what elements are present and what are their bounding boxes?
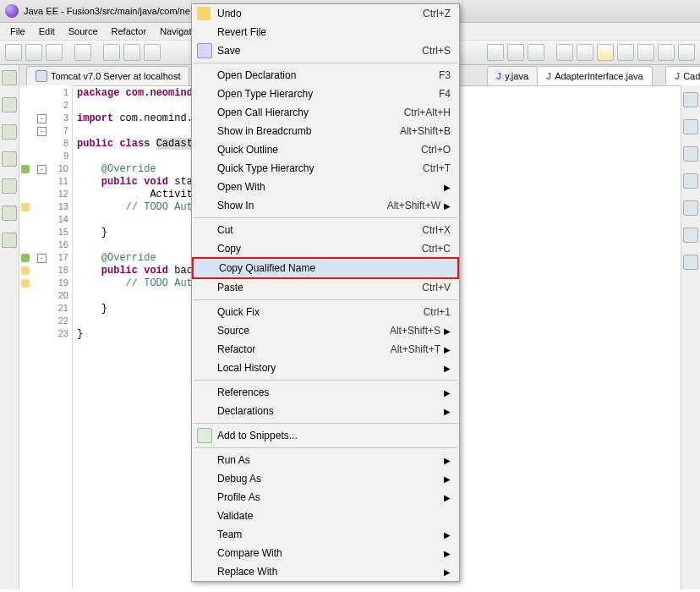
ctx-team[interactable]: Team▶ — [192, 525, 459, 544]
submenu-arrow-icon: ▶ — [444, 549, 451, 558]
submenu-arrow-icon: ▶ — [444, 407, 451, 416]
toolbar-annotation-icon[interactable] — [577, 44, 593, 61]
ctx-copy[interactable]: CopyCtrl+C — [192, 239, 459, 258]
gutter: 1237891011121314151617181920212223---- — [19, 85, 73, 589]
ctx-add-snippets[interactable]: Add to Snippets... — [192, 426, 459, 445]
toolbar-save-icon[interactable] — [25, 44, 42, 61]
toolbar-link-icon[interactable] — [678, 44, 695, 61]
eclipse-icon — [5, 4, 19, 18]
ctx-open-declaration[interactable]: Open DeclarationF3 — [192, 66, 459, 85]
ctx-open-with[interactable]: Open With▶ — [192, 178, 459, 196]
ctx-source[interactable]: SourceAlt+Shift+S▶ — [192, 321, 459, 340]
server-icon — [36, 70, 47, 82]
save-icon — [197, 43, 212, 58]
ctx-save[interactable]: SaveCtrl+S — [192, 41, 459, 60]
view-map-icon[interactable] — [683, 173, 698, 189]
ctx-open-call-hierarchy[interactable]: Open Call HierarchyCtrl+Alt+H — [192, 103, 459, 122]
view-tasks-icon[interactable] — [2, 233, 17, 248]
java-file-icon: J — [546, 71, 551, 81]
java-file-icon: J — [675, 71, 680, 81]
ctx-show-breadcrumb[interactable]: Show in BreadcrumbAlt+Shift+B — [192, 122, 459, 140]
ctx-quick-type-hierarchy[interactable]: Quick Type HierarchyCtrl+T — [192, 159, 459, 178]
toolbar-runext-icon[interactable] — [144, 44, 161, 61]
submenu-arrow-icon: ▶ — [444, 345, 451, 354]
ctx-run-as[interactable]: Run As▶ — [192, 451, 459, 469]
ctx-cut[interactable]: CutCtrl+X — [192, 221, 459, 239]
toolbar-package-icon[interactable] — [507, 44, 524, 61]
ctx-compare-with[interactable]: Compare With▶ — [192, 544, 459, 562]
ctx-open-type-hierarchy[interactable]: Open Type HierarchyF4 — [192, 85, 459, 103]
ctx-revert-file[interactable]: Revert File — [192, 23, 459, 41]
view-project-icon[interactable] — [2, 70, 17, 85]
ctx-local-history[interactable]: Local History▶ — [192, 359, 459, 377]
code-line-1: package com.neomind.f — [77, 87, 205, 99]
view-outline-icon[interactable] — [2, 124, 17, 140]
view-datasource-icon[interactable] — [2, 178, 17, 194]
left-view-rail — [0, 65, 19, 589]
toolbar-run-icon[interactable] — [123, 44, 140, 61]
toolbar-type-icon[interactable] — [528, 44, 544, 61]
submenu-arrow-icon: ▶ — [444, 326, 451, 336]
tab-yjava[interactable]: Jy.java — [487, 66, 538, 85]
toolbar-search-icon[interactable] — [556, 44, 573, 61]
tab-adapter[interactable]: JAdapterInterface.java — [537, 66, 653, 85]
toolbar-outline-icon[interactable] — [637, 44, 654, 61]
tab-server[interactable]: Tomcat v7.0 Server at localhost — [26, 66, 189, 85]
ctx-undo[interactable]: UndoCtrl+Z — [192, 4, 459, 23]
toolbar-task-icon[interactable] — [617, 44, 634, 61]
ctx-references[interactable]: References▶ — [192, 383, 459, 402]
ctx-paste[interactable]: PasteCtrl+V — [192, 278, 459, 297]
view-tasklist-icon[interactable] — [683, 119, 698, 134]
view-palette-icon[interactable] — [683, 146, 698, 162]
right-view-rail — [681, 85, 700, 589]
submenu-arrow-icon: ▶ — [444, 530, 451, 540]
ctx-show-in[interactable]: Show InAlt+Shift+W▶ — [192, 196, 459, 215]
menu-refactor[interactable]: Refactor — [105, 25, 154, 38]
view-servers-icon[interactable] — [2, 151, 17, 167]
toolbar-new-icon[interactable] — [5, 44, 22, 61]
ctx-profile-as[interactable]: Profile As▶ — [192, 488, 459, 507]
tab-cadastra[interactable]: JCadastra — [665, 66, 700, 85]
menu-edit[interactable]: Edit — [32, 25, 62, 38]
menu-source[interactable]: Source — [62, 25, 105, 38]
ctx-validate[interactable]: Validate — [192, 507, 459, 525]
view-console-icon[interactable] — [683, 255, 698, 270]
snippet-icon — [197, 428, 212, 443]
ctx-quick-outline[interactable]: Quick OutlineCtrl+O — [192, 140, 459, 159]
ctx-declarations[interactable]: Declarations▶ — [192, 402, 459, 420]
toolbar-newserver-icon[interactable] — [487, 44, 504, 61]
toolbar-debug-icon[interactable] — [103, 44, 120, 61]
submenu-arrow-icon: ▶ — [444, 364, 451, 373]
ctx-debug-as[interactable]: Debug As▶ — [192, 469, 459, 488]
submenu-arrow-icon: ▶ — [444, 388, 451, 397]
toolbar-build-icon[interactable] — [74, 44, 91, 61]
ctx-quick-fix[interactable]: Quick FixCtrl+1 — [192, 303, 459, 321]
toolbar-marker-icon[interactable] — [597, 44, 614, 61]
submenu-arrow-icon: ▶ — [444, 493, 451, 502]
submenu-arrow-icon: ▶ — [444, 201, 451, 211]
view-snippets-icon[interactable] — [2, 206, 17, 221]
java-file-icon: J — [496, 71, 501, 81]
submenu-arrow-icon: ▶ — [444, 456, 451, 465]
undo-icon — [197, 7, 211, 20]
view-navigator-icon[interactable] — [2, 97, 17, 112]
ctx-replace-with[interactable]: Replace With▶ — [192, 562, 459, 581]
submenu-arrow-icon: ▶ — [444, 567, 451, 577]
context-menu: UndoCtrl+Z Revert File SaveCtrl+S Open D… — [191, 3, 460, 582]
submenu-arrow-icon: ▶ — [444, 474, 451, 484]
ctx-refactor[interactable]: RefactorAlt+Shift+T▶ — [192, 340, 459, 359]
view-help-icon[interactable] — [683, 200, 698, 216]
toolbar-saveall-icon[interactable] — [46, 44, 63, 61]
view-outline2-icon[interactable] — [683, 92, 698, 107]
toolbar-pin-icon[interactable] — [658, 44, 675, 61]
submenu-arrow-icon: ▶ — [444, 183, 451, 192]
ctx-copy-qualified-name[interactable]: Copy Qualified Name — [194, 259, 457, 277]
menu-file[interactable]: File — [3, 25, 32, 38]
view-progress-icon[interactable] — [683, 227, 698, 243]
